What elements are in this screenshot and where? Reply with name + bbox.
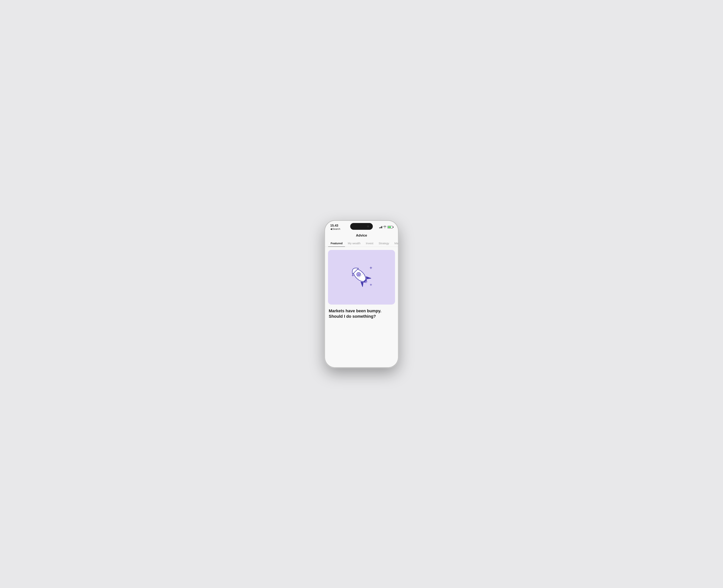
content-area: Markets have been bumpy. Should I do som… — [325, 247, 398, 319]
tab-invest[interactable]: Invest — [363, 240, 376, 247]
phone-screen: 15.43 ◀ Search — [325, 221, 398, 367]
tab-markets[interactable]: Markets — [392, 240, 398, 247]
article-title: Markets have been bumpy. Should I do som… — [329, 308, 394, 319]
charging-bolt: ⚡ — [389, 226, 390, 228]
status-bar: 15.43 ◀ Search — [325, 221, 398, 231]
back-arrow-icon: ◀ — [330, 228, 332, 230]
tab-strategy[interactable]: Strategy — [376, 240, 392, 247]
tab-my-wealth[interactable]: My wealth — [345, 240, 363, 247]
status-icons: ⚡ — [379, 226, 393, 229]
battery-icon: ⚡ — [387, 226, 393, 228]
back-button[interactable]: ◀ Search — [330, 228, 340, 230]
wifi-icon — [383, 226, 386, 229]
camera-dot — [367, 226, 369, 227]
scene: 15.43 ◀ Search — [303, 219, 420, 369]
status-time: 15.43 — [330, 224, 340, 227]
tabs-container: Featured My wealth Invest Strategy Marke… — [325, 240, 398, 247]
back-label: Search — [333, 228, 340, 230]
dynamic-island — [350, 223, 373, 230]
hero-card — [328, 250, 395, 304]
status-left: 15.43 ◀ Search — [330, 224, 340, 230]
sparkle-top-right — [369, 266, 373, 269]
tab-featured[interactable]: Featured — [328, 240, 345, 247]
signal-icon — [379, 226, 382, 228]
page-title: Advice — [329, 232, 394, 240]
rocket-body — [349, 265, 371, 287]
sparkle-bottom-right — [369, 284, 372, 286]
nav-header: Advice — [325, 231, 398, 240]
article-preview: Markets have been bumpy. Should I do som… — [325, 304, 398, 319]
rocket-illustration — [343, 258, 380, 296]
phone-frame: 15.43 ◀ Search — [325, 220, 398, 368]
